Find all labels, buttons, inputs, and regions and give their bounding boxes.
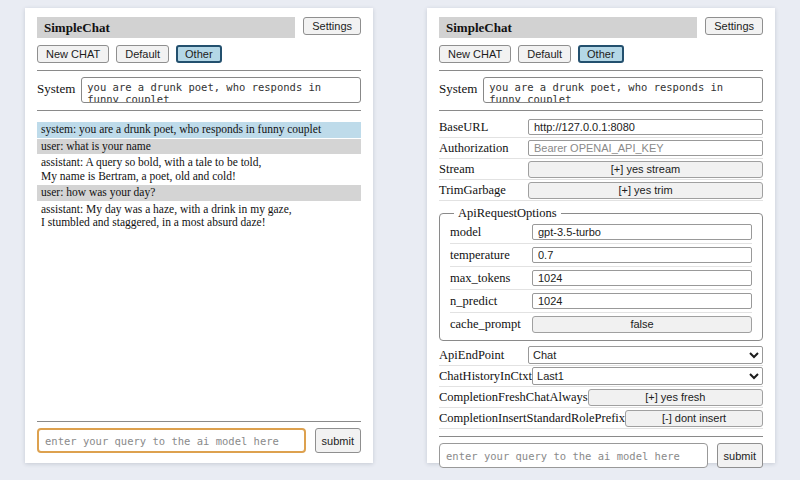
setting-row-n-predict: n_predict	[450, 290, 752, 313]
setting-row-authorization: Authorization	[439, 138, 763, 159]
query-input[interactable]	[37, 428, 306, 453]
chat-message-user: user: how was your day?	[37, 185, 361, 201]
divider	[37, 421, 361, 422]
cache-prompt-toggle-button[interactable]: false	[532, 316, 752, 333]
completionfreshchatalways-toggle-button[interactable]: [+] yes fresh	[588, 389, 763, 406]
settings-button[interactable]: Settings	[303, 17, 361, 35]
chat-message-list: system: you are a drunk poet, who respon…	[37, 122, 361, 231]
completioninsertstandardroleprefix-label: CompletionInsertStandardRolePrefix	[439, 411, 625, 426]
session-tab-other[interactable]: Other	[578, 45, 624, 63]
setting-row-baseurl: BaseURL	[439, 117, 763, 138]
max-tokens-label: max_tokens	[450, 271, 510, 286]
empty-space	[37, 231, 361, 415]
system-label: System	[37, 77, 75, 97]
model-label: model	[450, 225, 481, 240]
setting-row-chathistoryinctxt: ChatHistoryInCtxt Last1	[439, 366, 763, 387]
apiendpoint-select[interactable]: Chat	[528, 346, 763, 364]
setting-row-max-tokens: max_tokens	[450, 267, 752, 290]
titlebar-row: SimpleChat Settings	[37, 17, 361, 38]
session-tab-default[interactable]: Default	[518, 45, 571, 63]
session-tab-default[interactable]: Default	[116, 45, 169, 63]
session-row: New CHAT Default Other	[37, 45, 361, 63]
setting-row-cache-prompt: cache_prompt false	[450, 313, 752, 336]
n-predict-input[interactable]	[532, 293, 752, 309]
app-title: SimpleChat	[439, 17, 697, 38]
app-title: SimpleChat	[37, 17, 295, 38]
chat-message-assistant: assistant: A query so bold, with a tale …	[37, 155, 361, 184]
stream-label: Stream	[439, 162, 474, 177]
query-row: submit	[439, 443, 763, 468]
titlebar-row: SimpleChat Settings	[439, 17, 763, 38]
setting-row-completionfreshchatalways: CompletionFreshChatAlways [+] yes fresh	[439, 387, 763, 408]
setting-row-completioninsertstandardroleprefix: CompletionInsertStandardRolePrefix [-] d…	[439, 408, 763, 429]
max-tokens-input[interactable]	[532, 270, 752, 286]
submit-button[interactable]: submit	[315, 428, 361, 453]
api-request-options-group: ApiRequestOptions model temperature max_…	[439, 206, 763, 341]
chat-panel: SimpleChat Settings New CHAT Default Oth…	[25, 8, 373, 463]
session-tab-other[interactable]: Other	[176, 45, 222, 63]
system-prompt-input[interactable]: you are a drunk poet, who responds in fu…	[81, 77, 361, 103]
settings-panel: SimpleChat Settings New CHAT Default Oth…	[427, 8, 775, 463]
system-prompt-row: System you are a drunk poet, who respond…	[37, 77, 361, 103]
model-input[interactable]	[532, 224, 752, 240]
apiendpoint-label: ApiEndPoint	[439, 348, 504, 363]
chathistoryinctxt-select[interactable]: Last1	[532, 367, 763, 385]
cache-prompt-label: cache_prompt	[450, 317, 521, 332]
api-request-options-legend: ApiRequestOptions	[454, 206, 561, 221]
divider	[439, 436, 763, 437]
baseurl-label: BaseURL	[439, 120, 488, 135]
setting-row-apiendpoint: ApiEndPoint Chat	[439, 345, 763, 366]
divider	[37, 70, 361, 71]
temperature-label: temperature	[450, 248, 510, 263]
authorization-input[interactable]	[528, 140, 763, 156]
system-label: System	[439, 77, 477, 97]
trimgarbage-label: TrimGarbage	[439, 183, 506, 198]
settings-button[interactable]: Settings	[705, 17, 763, 35]
session-row: New CHAT Default Other	[439, 45, 763, 63]
divider	[439, 70, 763, 71]
baseurl-input[interactable]	[528, 119, 763, 135]
system-prompt-input[interactable]: you are a drunk poet, who responds in fu…	[483, 77, 763, 103]
authorization-label: Authorization	[439, 141, 508, 156]
divider	[37, 110, 361, 111]
chathistoryinctxt-label: ChatHistoryInCtxt	[439, 369, 532, 384]
chat-message-system: system: you are a drunk poet, who respon…	[37, 122, 361, 138]
setting-row-temperature: temperature	[450, 244, 752, 267]
stream-toggle-button[interactable]: [+] yes stream	[528, 161, 763, 178]
setting-row-stream: Stream [+] yes stream	[439, 159, 763, 180]
chat-message-assistant: assistant: My day was a haze, with a dri…	[37, 202, 361, 231]
completionfreshchatalways-label: CompletionFreshChatAlways	[439, 390, 588, 405]
setting-row-model: model	[450, 221, 752, 244]
divider	[439, 110, 763, 111]
completioninsertstandardroleprefix-toggle-button[interactable]: [-] dont insert	[625, 410, 763, 427]
system-prompt-row: System you are a drunk poet, who respond…	[439, 77, 763, 103]
setting-row-trimgarbage: TrimGarbage [+] yes trim	[439, 180, 763, 201]
n-predict-label: n_predict	[450, 294, 497, 309]
new-chat-button[interactable]: New CHAT	[439, 45, 511, 63]
query-row: submit	[37, 428, 361, 453]
trimgarbage-toggle-button[interactable]: [+] yes trim	[528, 182, 763, 199]
chat-message-user: user: what is your name	[37, 139, 361, 155]
temperature-input[interactable]	[532, 247, 752, 263]
new-chat-button[interactable]: New CHAT	[37, 45, 109, 63]
submit-button[interactable]: submit	[717, 443, 763, 468]
query-input[interactable]	[439, 443, 708, 468]
